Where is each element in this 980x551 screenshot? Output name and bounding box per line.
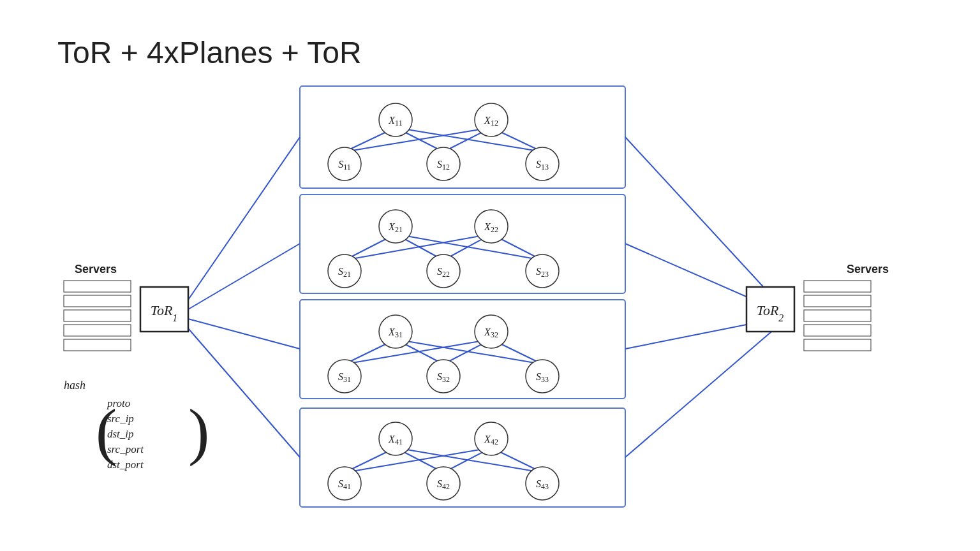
main-diagram: ToR1 ToR2 Servers Servers X11 X12 S11 S1…: [38, 83, 942, 542]
server-left-5: [64, 339, 131, 351]
server-left-1: [64, 281, 131, 292]
hash-word: hash: [64, 379, 85, 392]
server-right-4: [804, 325, 871, 336]
hash-field-srcport: src_port: [107, 443, 144, 455]
servers-left-label: Servers: [75, 263, 117, 276]
server-left-3: [64, 310, 131, 321]
hash-field-dstip: dst_ip: [107, 428, 134, 440]
tor1-plane3-line: [188, 319, 300, 349]
tor2-plane1-line: [625, 137, 775, 300]
server-right-1: [804, 281, 871, 292]
tor2-plane4-line: [625, 328, 775, 457]
server-right-3: [804, 310, 871, 321]
server-left-2: [64, 295, 131, 307]
hash-brace-right: ): [188, 396, 209, 467]
servers-right-label: Servers: [847, 263, 889, 276]
hash-field-dstport: dst_port: [107, 459, 144, 471]
tor1-plane1-line: [188, 137, 300, 300]
page-title: ToR + 4xPlanes + ToR: [57, 35, 362, 70]
server-right-2: [804, 295, 871, 307]
server-left-4: [64, 325, 131, 336]
hash-field-srcip: src_ip: [107, 413, 134, 425]
server-right-5: [804, 339, 871, 351]
hash-field-proto: proto: [107, 397, 130, 409]
